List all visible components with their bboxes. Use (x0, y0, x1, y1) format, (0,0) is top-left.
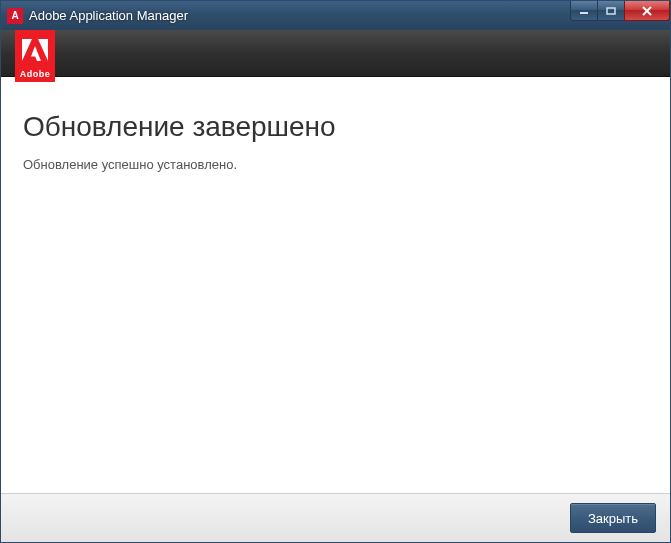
app-icon-letter: A (11, 10, 18, 21)
window-close-button[interactable] (624, 1, 670, 21)
header-band: Adobe (1, 30, 670, 77)
adobe-badge-label: Adobe (20, 69, 51, 79)
minimize-button[interactable] (570, 1, 598, 21)
status-message: Обновление успешно установлено. (23, 157, 648, 172)
page-heading: Обновление завершено (23, 111, 648, 143)
close-button[interactable]: Закрыть (570, 503, 656, 533)
titlebar[interactable]: A Adobe Application Manager (1, 1, 670, 30)
content-area: Обновление завершено Обновление успешно … (1, 77, 670, 493)
application-window: A Adobe Application Manager (0, 0, 671, 543)
minimize-icon (579, 7, 589, 15)
maximize-button[interactable] (597, 1, 625, 21)
adobe-logo-icon (22, 30, 48, 69)
svg-rect-1 (607, 8, 615, 14)
svg-rect-0 (580, 12, 588, 14)
footer-bar: Закрыть (1, 493, 670, 542)
maximize-icon (606, 7, 616, 15)
window-title: Adobe Application Manager (29, 8, 188, 23)
app-icon: A (7, 8, 23, 24)
close-icon (641, 6, 653, 16)
close-button-label: Закрыть (588, 511, 638, 526)
window-controls (571, 1, 670, 21)
adobe-badge: Adobe (15, 30, 55, 82)
